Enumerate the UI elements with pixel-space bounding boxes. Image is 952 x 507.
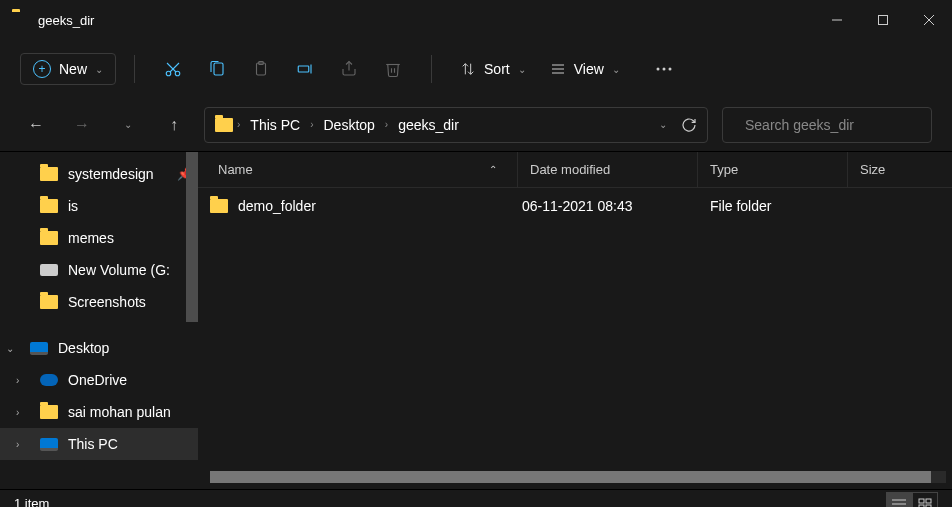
sidebar-item-onedrive[interactable]: ›OneDrive xyxy=(0,364,198,396)
file-date: 06-11-2021 08:43 xyxy=(518,198,698,214)
folder-icon xyxy=(215,118,233,132)
sort-label: Sort xyxy=(484,61,510,77)
folder-icon xyxy=(40,231,58,245)
recent-button[interactable]: ⌄ xyxy=(112,109,144,141)
toolbar: + New ⌄ Sort ⌄ View ⌄ xyxy=(0,40,952,98)
view-icon xyxy=(550,61,566,77)
view-button[interactable]: View ⌄ xyxy=(540,55,630,83)
view-label: View xyxy=(574,61,604,77)
address-dropdown[interactable]: ⌄ xyxy=(659,119,667,130)
sidebar-item-this-pc[interactable]: ›This PC xyxy=(0,428,198,460)
expander-icon[interactable]: › xyxy=(16,439,30,450)
thumbnails-view-button[interactable] xyxy=(912,492,938,508)
separator xyxy=(134,55,135,83)
status-bar: 1 item xyxy=(0,489,952,507)
new-button[interactable]: + New ⌄ xyxy=(20,53,116,85)
forward-button[interactable]: → xyxy=(66,109,98,141)
chevron-down-icon: ⌄ xyxy=(518,64,526,75)
rename-button[interactable] xyxy=(285,49,325,89)
file-type: File folder xyxy=(698,198,848,214)
desktop-icon xyxy=(30,342,48,355)
share-button[interactable] xyxy=(329,49,369,89)
new-label: New xyxy=(59,61,87,77)
sidebar-item-memes[interactable]: memes xyxy=(0,222,198,254)
plus-icon: + xyxy=(33,60,51,78)
expander-icon[interactable]: › xyxy=(16,375,30,386)
sort-button[interactable]: Sort ⌄ xyxy=(450,55,536,83)
window-folder-icon xyxy=(12,12,28,28)
main-area: systemdesign📌 is memes New Volume (G: Sc… xyxy=(0,152,952,489)
cloud-icon xyxy=(40,374,58,386)
sidebar-item-systemdesign[interactable]: systemdesign📌 xyxy=(0,158,198,190)
scrollbar-thumb[interactable] xyxy=(210,471,931,483)
column-headers: Name⌃ Date modified Type Size xyxy=(198,152,952,188)
column-header-size[interactable]: Size xyxy=(848,152,952,187)
back-button[interactable]: ← xyxy=(20,109,52,141)
svg-point-19 xyxy=(656,68,659,71)
svg-point-21 xyxy=(668,68,671,71)
svg-rect-8 xyxy=(214,63,223,75)
chevron-right-icon: › xyxy=(385,119,388,130)
breadcrumb-item[interactable]: Desktop xyxy=(317,113,380,137)
folder-icon xyxy=(40,199,58,213)
svg-rect-1 xyxy=(879,16,888,25)
chevron-down-icon: ⌄ xyxy=(95,64,103,75)
column-header-type[interactable]: Type xyxy=(698,152,848,187)
search-box[interactable] xyxy=(722,107,932,143)
breadcrumb-item[interactable]: This PC xyxy=(244,113,306,137)
separator xyxy=(431,55,432,83)
address-bar[interactable]: › This PC › Desktop › geeks_dir ⌄ xyxy=(204,107,708,143)
disk-icon xyxy=(40,264,58,276)
horizontal-scrollbar[interactable] xyxy=(210,471,946,483)
delete-button[interactable] xyxy=(373,49,413,89)
sidebar-scrollbar[interactable] xyxy=(186,152,198,322)
file-name: demo_folder xyxy=(238,198,316,214)
sidebar-item-user[interactable]: ›sai mohan pulan xyxy=(0,396,198,428)
breadcrumb-item[interactable]: geeks_dir xyxy=(392,113,465,137)
more-button[interactable] xyxy=(644,49,684,89)
cut-button[interactable] xyxy=(153,49,193,89)
maximize-button[interactable] xyxy=(860,0,906,40)
chevron-right-icon: › xyxy=(237,119,240,130)
sort-indicator-icon: ⌃ xyxy=(489,164,497,175)
minimize-button[interactable] xyxy=(814,0,860,40)
file-row[interactable]: demo_folder 06-11-2021 08:43 File folder xyxy=(198,188,952,224)
sidebar-item-volume-g[interactable]: New Volume (G: xyxy=(0,254,198,286)
svg-rect-11 xyxy=(298,66,309,72)
folder-icon xyxy=(40,405,58,419)
copy-button[interactable] xyxy=(197,49,237,89)
column-header-date[interactable]: Date modified xyxy=(518,152,698,187)
file-list: Name⌃ Date modified Type Size demo_folde… xyxy=(198,152,952,489)
chevron-right-icon: › xyxy=(310,119,313,130)
svg-point-20 xyxy=(662,68,665,71)
pc-icon xyxy=(40,438,58,451)
expander-icon[interactable]: › xyxy=(16,407,30,418)
window-title: geeks_dir xyxy=(38,13,814,28)
folder-icon xyxy=(210,199,228,213)
sidebar-item-desktop[interactable]: ⌄Desktop xyxy=(0,332,198,364)
item-count: 1 item xyxy=(14,496,49,507)
folder-icon xyxy=(40,295,58,309)
details-view-button[interactable] xyxy=(886,492,912,508)
svg-rect-27 xyxy=(919,499,924,503)
folder-icon xyxy=(40,167,58,181)
sidebar: systemdesign📌 is memes New Volume (G: Sc… xyxy=(0,152,198,489)
refresh-button[interactable] xyxy=(681,117,697,133)
sidebar-item-is[interactable]: is xyxy=(0,190,198,222)
up-button[interactable]: ↑ xyxy=(158,109,190,141)
expander-icon[interactable]: ⌄ xyxy=(6,343,20,354)
column-header-name[interactable]: Name⌃ xyxy=(198,152,518,187)
close-button[interactable] xyxy=(906,0,952,40)
titlebar: geeks_dir xyxy=(0,0,952,40)
svg-rect-28 xyxy=(926,499,931,503)
chevron-down-icon: ⌄ xyxy=(612,64,620,75)
sidebar-item-screenshots[interactable]: Screenshots xyxy=(0,286,198,318)
search-input[interactable] xyxy=(745,117,920,133)
paste-button[interactable] xyxy=(241,49,281,89)
nav-row: ← → ⌄ ↑ › This PC › Desktop › geeks_dir … xyxy=(0,98,952,152)
sort-icon xyxy=(460,61,476,77)
